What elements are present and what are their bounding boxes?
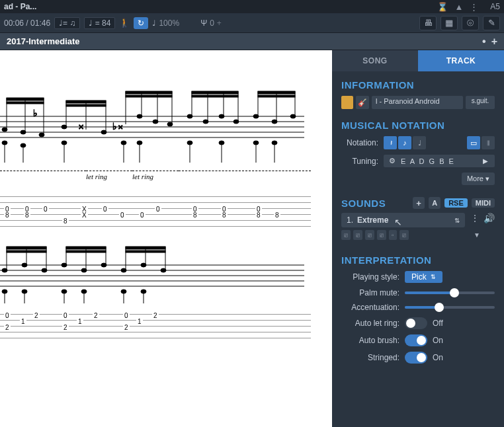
let-ring-dash	[0, 171, 86, 171]
fx-slot[interactable]: ⎚	[353, 230, 362, 240]
loop-button[interactable]: ↻	[134, 17, 148, 29]
hourglass-icon: ⌛	[437, 2, 448, 12]
track-color-swatch[interactable]	[341, 96, 353, 109]
tab-number: 0	[62, 312, 69, 319]
section-information: INFORMATION	[341, 79, 495, 91]
chevron-down-icon[interactable]: ▼	[474, 231, 495, 239]
automation-button[interactable]: A	[429, 197, 441, 209]
playing-style-label: Playing style:	[341, 272, 399, 282]
section-sounds: SOUNDS	[341, 198, 386, 209]
tab-number: 1	[20, 318, 26, 325]
multirest-button[interactable]: ▭	[467, 136, 480, 149]
tab-song[interactable]: SONG	[332, 50, 418, 71]
tab-number: 8	[192, 212, 198, 219]
tab-number: 8	[62, 217, 69, 225]
svg-point-23	[101, 130, 106, 134]
accentuation-label: Accentuation:	[341, 303, 399, 312]
write-button[interactable]: ✎	[483, 16, 500, 30]
tab-number: 0	[123, 312, 130, 319]
tab-number: 1	[77, 318, 83, 325]
options-dot-icon[interactable]: •	[482, 36, 486, 48]
auto-brush-label: Auto brush:	[341, 336, 399, 345]
tuning-value: E A D G B E	[401, 157, 455, 165]
svg-point-55	[253, 114, 259, 118]
chevron-updown-icon: ⇅	[431, 274, 436, 280]
panel-tabs: SONG TRACK	[332, 50, 504, 71]
stringed-toggle[interactable]	[405, 352, 427, 364]
score-viewport[interactable]: ♭ ✕	[0, 50, 332, 427]
tempo-signature[interactable]: ♩= ♫	[54, 17, 80, 29]
tab-number: 0	[42, 206, 49, 213]
svg-point-90	[81, 268, 87, 272]
let-ring-label: let ring	[86, 171, 132, 180]
fx-slot[interactable]: ▫	[389, 230, 397, 240]
svg-point-10	[2, 128, 7, 132]
fx-slot[interactable]: ⎚	[399, 230, 409, 240]
fx-slot[interactable]: ⎚	[377, 230, 386, 240]
sound-menu-icon[interactable]: ⋮	[470, 213, 480, 223]
title-bar: ad - Pa... ⌛ ▲ ⋮ A5	[0, 0, 504, 13]
print-button[interactable]: 🖶	[419, 16, 437, 30]
playing-style-dropdown[interactable]: Pick ⇅	[405, 271, 442, 283]
chevron-updown-icon: ⇅	[454, 217, 460, 224]
fx-slot[interactable]: ⎚	[365, 230, 374, 240]
slider-thumb[interactable]	[435, 303, 444, 312]
auto-brush-toggle[interactable]	[405, 334, 427, 346]
section-interpretation: INTERPRETATION	[341, 254, 495, 266]
section-notation: MUSICAL NOTATION	[341, 120, 495, 131]
accentuation-slider[interactable]	[405, 306, 495, 309]
auto-let-ring-label: Auto let ring:	[341, 319, 399, 328]
zoom-group: ♩ 100%	[152, 19, 179, 28]
countin-value[interactable]: 0	[210, 19, 214, 28]
svg-rect-25	[126, 91, 172, 94]
let-ring-dash-2	[179, 171, 311, 171]
guitar-icon[interactable]: 🎸	[356, 96, 369, 109]
tempo-bpm[interactable]: ♩ = 84	[84, 17, 115, 29]
sound-name: Extreme	[357, 215, 388, 225]
notation-slash-button[interactable]: 𝄽	[384, 136, 397, 149]
tuning-field[interactable]: ⚙ E A D G B E ▶	[384, 155, 495, 167]
systembreak-button[interactable]: ⦀	[482, 136, 495, 149]
sound-selector[interactable]: 1. Extreme ↖ ⇅	[341, 213, 465, 227]
tab-number: 1	[136, 318, 143, 325]
rse-button[interactable]: RSE	[444, 198, 468, 208]
tuning-label: Tuning:	[341, 157, 378, 166]
plus-icon[interactable]: +	[217, 19, 222, 28]
midi-button[interactable]: MIDI	[472, 198, 495, 208]
svg-point-79	[2, 268, 7, 272]
tab-number: 2	[33, 312, 40, 319]
speaker-icon[interactable]: 🔊	[483, 213, 495, 223]
svg-point-11	[21, 130, 26, 134]
notation-label: Notation:	[341, 138, 378, 147]
metronome-icon: ▲	[454, 2, 463, 12]
tuner-button[interactable]: ⦾	[462, 16, 479, 30]
track-name-field[interactable]: l - Paranoid Android	[372, 96, 463, 109]
add-tab-button[interactable]: +	[491, 36, 497, 48]
tab-staff-1: 0 0 0 X 0 0 0 0 0 8 8 X 0 0 8 8 8 8 8	[0, 192, 311, 232]
more-button[interactable]: More ▾	[462, 173, 495, 185]
svg-point-44	[187, 114, 192, 118]
auto-let-ring-toggle[interactable]	[405, 317, 427, 329]
tab-track[interactable]: TRACK	[418, 50, 504, 71]
fx-slot[interactable]: ⎚	[341, 230, 351, 240]
palm-mute-slider[interactable]	[405, 291, 495, 294]
add-sound-button[interactable]: +	[413, 197, 425, 209]
tab-number: 2	[4, 324, 11, 331]
svg-point-34	[153, 120, 158, 124]
play-tuning-button[interactable]: ▶	[483, 157, 489, 165]
cursor-icon: ↖	[394, 217, 402, 227]
svg-text:✕: ✕	[118, 124, 123, 131]
svg-point-99	[121, 268, 126, 272]
playhead-time: 00:06 / 01:46	[4, 19, 50, 28]
toolbar: 00:06 / 01:46 ♩= ♫ ♩ = 84 🚶 ↻ ♩ 100% Ψ 0…	[0, 13, 504, 33]
tab-number: 8	[4, 212, 11, 219]
slider-thumb[interactable]	[450, 288, 459, 297]
fretboard-button[interactable]: ▦	[441, 16, 458, 30]
notation-standard-button[interactable]: ♪	[398, 136, 411, 149]
title-icon-group: ⌛ ▲ ⋮ A5	[437, 2, 500, 12]
svg-point-33	[137, 114, 142, 118]
track-type-field[interactable]: s.guit.	[466, 96, 495, 109]
track-info-row: 🎸 l - Paranoid Android s.guit.	[341, 96, 495, 109]
zoom-value[interactable]: 100%	[159, 19, 179, 28]
notation-tab-button[interactable]: ♩	[413, 136, 426, 149]
